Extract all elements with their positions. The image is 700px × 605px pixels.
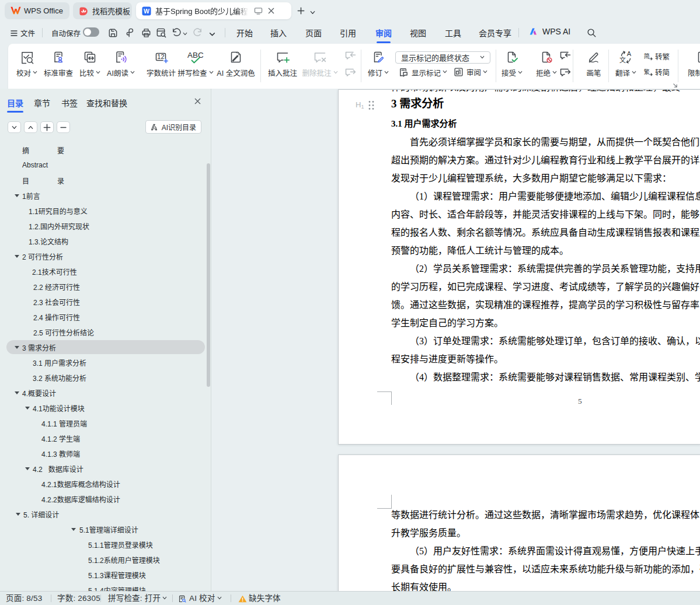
toc-collapse-arrow-icon[interactable] — [25, 467, 30, 470]
tab-list-button[interactable] — [309, 8, 316, 18]
toc-item[interactable]: 5.1.1管理员登录模块 — [0, 537, 206, 551]
document-page-1[interactable]: 体的市场调研以及对用户需求的深度剖析之后，经过归纳和整理，最终H13 需求分析3… — [338, 89, 700, 445]
sidebar-close-button[interactable] — [194, 97, 201, 107]
ribbon-next-button[interactable] — [559, 67, 572, 81]
tab-title: 基于Spring Boot的少儿编程 — [155, 5, 248, 16]
status-word-count-item[interactable]: 字数: 26305 — [57, 594, 100, 603]
status-ai-proof-item[interactable]: AI 校对 — [178, 594, 222, 603]
toc-collapse-button[interactable] — [57, 121, 70, 133]
menu-tab-3[interactable]: 页面 — [305, 27, 322, 40]
sidebar-tab-4[interactable]: 查找和替换 — [86, 97, 127, 109]
document-page-2[interactable]: 等数据进行统计分析。通过这些数据，清晰掌握市场需求趋势，优化课程体系升教学服务质… — [338, 454, 700, 591]
toc-item[interactable]: 5. 详细设计 — [0, 507, 206, 521]
main-menu-button[interactable] — [11, 29, 18, 39]
toc-item[interactable]: 4.概要设计 — [0, 386, 206, 400]
toc-item[interactable]: 3.2 系统功能分析 — [0, 370, 206, 384]
drag-handle-icon[interactable] — [368, 100, 375, 110]
dropdown-chevron-icon — [443, 69, 447, 74]
toc-collapse-arrow-icon[interactable] — [15, 391, 19, 394]
toc-item[interactable]: 2.2 经济可行性 — [0, 279, 206, 293]
toc-item[interactable]: 2.5 可行性分析结论 — [0, 325, 206, 339]
autosave-toggle[interactable] — [83, 27, 99, 37]
toc-item[interactable]: 目 录 — [0, 173, 206, 187]
sidebar-scrollbar[interactable] — [207, 163, 210, 387]
wps-ai-menu[interactable]: WPS AI — [529, 27, 570, 36]
print-preview-button[interactable] — [155, 27, 167, 41]
ribbon-button-显示标记[interactable]: 显示标记 — [398, 67, 447, 78]
toc-collapse-arrow-icon[interactable] — [15, 346, 19, 349]
ribbon-previous-button[interactable] — [559, 50, 572, 64]
export-pdf-button[interactable] — [125, 27, 136, 41]
ribbon-button-限制编辑[interactable]: 限制编辑 — [676, 49, 700, 78]
toc-item[interactable]: 5.1管理端详细设计 — [0, 522, 206, 536]
ribbon-button-转简[interactable]: 繁转简 — [642, 67, 670, 78]
toc-item[interactable]: 3.1 用户需求分析 — [0, 355, 206, 369]
toc-item-label: Abstract — [22, 161, 48, 169]
ribbon-button-转繁[interactable]: 简转繁 — [642, 51, 670, 62]
toc-item[interactable]: 4.1.1 管理员端 — [0, 416, 206, 430]
toc-item[interactable]: 5.1.3课程管理模块 — [0, 568, 206, 582]
toc-item[interactable]: 4.1功能设计模块 — [0, 401, 206, 415]
toc-prev-button[interactable] — [24, 121, 37, 133]
menu-tab-2[interactable]: 插入 — [270, 27, 287, 40]
toc-collapse-arrow-icon[interactable] — [71, 528, 76, 531]
toc-item[interactable]: 4.1.3 教师端 — [0, 446, 206, 460]
toc-item[interactable]: 4.2 数据库设计 — [0, 461, 206, 475]
toc-collapse-arrow-icon[interactable] — [16, 513, 20, 516]
toc-collapse-arrow-icon[interactable] — [15, 194, 19, 197]
file-menu[interactable]: 文件 — [20, 27, 35, 40]
toc-item[interactable]: 1.1研究目的与意义 — [0, 204, 206, 218]
toc-collapse-arrow-icon[interactable] — [15, 255, 19, 258]
toc-item[interactable]: 2.4 操作可行性 — [0, 310, 206, 324]
toc-item[interactable]: 4.2.1数据库概念结构设计 — [0, 477, 206, 491]
toc-item[interactable]: 2.3 社会可行性 — [0, 295, 206, 309]
document-text-line: （4）数据整理需求：系统需要能够对课程销售数据、常用课程类别、学员 — [410, 369, 700, 383]
dropdown-chevron-icon — [217, 596, 222, 600]
ribbon-button-AI 全文润色[interactable]: AI 全文润色 — [210, 49, 262, 78]
toc-item[interactable]: Abstract — [0, 158, 206, 172]
menu-tab-7[interactable]: 工具 — [445, 27, 461, 40]
toc-item[interactable]: 4.1.2 学生端 — [0, 431, 206, 445]
toc-expand-button[interactable] — [40, 121, 54, 133]
toc-item[interactable]: 2.1技术可行性 — [0, 264, 206, 278]
document-tab-3[interactable]: W基于Spring Boot的少儿编程 — [136, 2, 291, 19]
menu-tab-1[interactable]: 开始 — [236, 27, 253, 40]
wps-ai-logo-icon — [529, 27, 539, 36]
toc-item[interactable]: 3 需求分析 — [0, 340, 206, 354]
document-tab-1[interactable]: WPS Office — [5, 2, 69, 19]
sidebar-tab-2[interactable]: 章节 — [34, 97, 50, 109]
search-button[interactable] — [586, 27, 597, 40]
print-button[interactable] — [141, 27, 152, 41]
redo-button[interactable] — [193, 27, 203, 39]
ribbon-button-审阅[interactable]: 审阅 — [453, 67, 487, 78]
collapse-toolbar-button[interactable] — [208, 30, 216, 40]
status-missing-font-item[interactable]: 缺失字体 — [238, 594, 281, 603]
toc-item-label: 1.2.国内外研究现状 — [29, 221, 89, 231]
status-page-indicator-item[interactable]: 页面: 8/53 — [6, 594, 42, 603]
menu-tab-4[interactable]: 引用 — [340, 27, 356, 40]
menu-tab-6[interactable]: 视图 — [410, 27, 426, 40]
toc-item[interactable]: 1.3.论文结构 — [0, 234, 206, 248]
sidebar-tab-1[interactable]: 目录 — [7, 97, 23, 109]
save-button[interactable] — [107, 27, 119, 41]
toc-collapse-arrow-icon[interactable] — [25, 407, 30, 410]
menu-tab-5[interactable]: 审阅 — [375, 27, 392, 40]
new-tab-button[interactable] — [297, 6, 305, 18]
toc-item[interactable]: 2 可行性分析 — [0, 249, 206, 263]
toc-item[interactable]: 5.1.2系统用户管理模块 — [0, 552, 206, 566]
document-tab-2[interactable]: 找稻壳模板 — [73, 2, 132, 19]
toc-item[interactable]: 5.1.4内容管理模块 — [0, 583, 206, 591]
close-icon[interactable] — [267, 7, 275, 15]
toggle-knob — [84, 29, 91, 36]
sidebar-tab-3[interactable]: 书签 — [61, 97, 78, 109]
menu-tab-8[interactable]: 会员专享 — [479, 27, 511, 40]
toc-item[interactable]: 1前言 — [0, 188, 206, 202]
toc-next-button[interactable] — [8, 121, 21, 133]
ai-recognize-toc-button[interactable]: AI识别目录 — [145, 120, 201, 134]
toc-item[interactable]: 4.2.2数据库逻辑结构设计 — [0, 492, 206, 506]
markup-state-select[interactable]: 显示标记的最终状态 — [395, 51, 490, 64]
undo-button[interactable] — [171, 27, 187, 39]
toc-item[interactable]: 摘 要 — [0, 143, 206, 157]
status-spell-check-item[interactable]: 拼写检查: 打开 — [108, 594, 167, 603]
toc-item[interactable]: 1.2.国内外研究现状 — [0, 219, 206, 233]
